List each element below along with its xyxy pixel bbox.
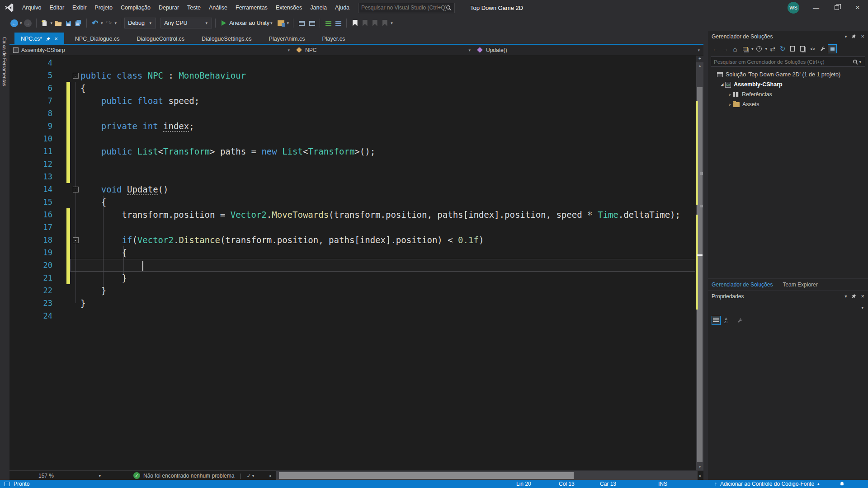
document-tab-0[interactable]: NPC.cs*× <box>14 33 64 45</box>
panel-dropdown-icon[interactable]: ▾ <box>844 34 847 39</box>
code-line-20[interactable]: 20 <box>9 259 695 272</box>
code-line-21[interactable]: 21 } <box>9 272 695 284</box>
menu-item-0[interactable]: Arquivo <box>18 0 45 15</box>
code-line-7[interactable]: 7 public float speed; <box>9 94 695 107</box>
comment-lines-button[interactable] <box>323 18 333 28</box>
code-line-12[interactable]: 12 <box>9 158 695 170</box>
minimize-button[interactable]: — <box>806 0 826 15</box>
home-button[interactable]: ⌂ <box>731 44 740 53</box>
tab-pin-icon[interactable] <box>46 37 51 41</box>
property-pages-button[interactable] <box>735 316 744 325</box>
find-next-button[interactable] <box>307 18 316 28</box>
panel-tab-0[interactable]: Gerenciador de Soluções <box>712 282 773 288</box>
tree-item-0[interactable]: Solução 'Top Down Game 2D' (1 de 1 proje… <box>708 70 868 80</box>
collapsed-arrow-icon[interactable]: ▹ <box>727 102 733 107</box>
code-line-22[interactable]: 22 } <box>9 284 695 297</box>
expanded-arrow-icon[interactable]: ◢ <box>719 82 725 87</box>
new-file-button[interactable] <box>40 18 50 28</box>
props-pin-icon[interactable] <box>851 294 856 299</box>
navigate-forward-button[interactable]: → <box>23 18 33 28</box>
breadcrumb-member[interactable]: Update() ▾ <box>474 45 703 55</box>
horizontal-scrollbar[interactable] <box>276 471 698 480</box>
panel-tab-1[interactable]: Team Explorer <box>783 282 817 288</box>
tree-item-2[interactable]: ▹Referências <box>708 89 868 99</box>
view-code-button[interactable]: <> <box>808 44 817 53</box>
menu-item-9[interactable]: Extensões <box>272 0 306 15</box>
menu-item-2[interactable]: Exibir <box>68 0 90 15</box>
code-line-11[interactable]: 11 public List<Transform> paths = new Li… <box>9 145 695 158</box>
redo-button[interactable]: ↷ <box>104 18 114 28</box>
code-cleanup-dropdown[interactable]: ▾ <box>251 474 255 478</box>
collapse-all-button[interactable] <box>741 44 750 53</box>
props-dropdown-icon[interactable]: ▾ <box>844 294 847 299</box>
refresh-button[interactable]: ↻ <box>778 44 787 53</box>
code-line-4[interactable]: 4 <box>9 56 695 69</box>
code-editor[interactable]: 45-public class NPC : MonoBehaviour6{7 p… <box>9 56 703 470</box>
clear-bookmarks-button[interactable] <box>380 18 390 28</box>
tab-close-icon[interactable]: × <box>54 35 58 42</box>
collapse-icon[interactable]: - <box>73 237 79 243</box>
attach-process-dropdown[interactable]: ▾ <box>286 21 290 25</box>
fold-margin[interactable]: - <box>71 73 80 79</box>
undo-dropdown[interactable]: ▾ <box>100 21 104 25</box>
code-line-18[interactable]: 18- if(Vector2.Distance(transform.positi… <box>9 234 695 246</box>
zoom-select[interactable]: 157 % ▾ <box>38 473 102 479</box>
code-line-6[interactable]: 6{ <box>9 82 695 94</box>
code-line-5[interactable]: 5-public class NPC : MonoBehaviour <box>9 69 695 82</box>
document-tab-1[interactable]: NPC_Dialogue.cs <box>69 33 126 45</box>
document-tab-5[interactable]: Player.cs <box>316 33 351 45</box>
pending-changes-filter-button[interactable] <box>755 44 764 53</box>
menu-item-7[interactable]: Análise <box>205 0 231 15</box>
tree-item-3[interactable]: ▹Assets <box>708 99 868 109</box>
filter-dropdown[interactable]: ▾ <box>764 47 769 51</box>
split-editor-handle[interactable]: + <box>696 56 703 62</box>
sync-active-document-button[interactable]: ⇄ <box>768 44 777 53</box>
scroll-up-icon[interactable]: ▴ <box>696 62 703 69</box>
panel-close-icon[interactable]: × <box>861 33 864 40</box>
collapsed-arrow-icon[interactable]: ▹ <box>727 92 733 97</box>
search-box[interactable]: Pesquisar no Visual Studio (Ctrl+Q) <box>358 3 455 13</box>
code-line-23[interactable]: 23} <box>9 297 695 310</box>
vertical-scrollbar[interactable]: + ▴ ▾ <box>696 56 703 470</box>
solution-search-box[interactable]: Pesquisar em Gerenciador de Soluções (Ct… <box>711 56 865 67</box>
collapse-icon[interactable]: - <box>73 73 79 79</box>
character-indicator[interactable]: Car 13 <box>600 480 616 488</box>
user-avatar[interactable]: WS <box>788 2 799 14</box>
find-in-files-button[interactable] <box>297 18 307 28</box>
code-line-19[interactable]: 19 { <box>9 246 695 259</box>
save-all-button[interactable] <box>73 18 83 28</box>
properties-titlebar[interactable]: Propriedades ▾ × <box>708 291 868 302</box>
alphabetical-button[interactable]: AZ↓ <box>722 316 731 325</box>
column-indicator[interactable]: Col 13 <box>559 480 575 488</box>
panel-splitter[interactable] <box>703 31 708 480</box>
fold-margin[interactable]: - <box>71 187 80 192</box>
uncomment-lines-button[interactable] <box>333 18 343 28</box>
properties-button[interactable] <box>818 44 827 53</box>
hscrollbar-thumb[interactable] <box>279 472 574 479</box>
save-button[interactable] <box>63 18 73 28</box>
attach-to-unity-button[interactable]: Anexar ao Unity ▾ <box>219 20 276 26</box>
menu-item-3[interactable]: Projeto <box>90 0 117 15</box>
attach-to-process-button[interactable] <box>276 18 286 28</box>
fold-margin[interactable]: - <box>71 237 80 243</box>
document-tab-3[interactable]: DialogueSettings.cs <box>195 33 258 45</box>
collapse-icon[interactable]: - <box>73 187 79 192</box>
code-line-16[interactable]: 16 transform.position = Vector2.MoveTowa… <box>9 208 695 221</box>
document-tab-4[interactable]: PlayerAnim.cs <box>263 33 311 45</box>
add-to-source-control-button[interactable]: ↑ Adicionar ao Controle do Código-Fonte … <box>714 480 819 488</box>
code-cleanup-button[interactable]: ✓ <box>247 473 251 479</box>
object-select[interactable]: ▾ <box>712 303 864 313</box>
menu-item-6[interactable]: Teste <box>183 0 205 15</box>
code-line-10[interactable]: 10 <box>9 132 695 145</box>
menu-item-5[interactable]: Depurar <box>155 0 183 15</box>
new-file-dropdown[interactable]: ▾ <box>50 21 54 25</box>
notifications-button[interactable] <box>839 480 845 488</box>
search-dropdown-icon[interactable]: ▾ <box>858 60 862 64</box>
code-line-14[interactable]: 14- void Update() <box>9 183 695 196</box>
tree-item-1[interactable]: ◢Assembly-CSharp <box>708 80 868 89</box>
menu-item-1[interactable]: Editar <box>45 0 68 15</box>
menu-item-4[interactable]: Compilação <box>117 0 155 15</box>
next-bookmark-button[interactable] <box>370 18 380 28</box>
bookmark-dropdown[interactable]: ▾ <box>390 21 394 25</box>
navigate-back-dropdown[interactable]: ▾ <box>19 21 23 25</box>
